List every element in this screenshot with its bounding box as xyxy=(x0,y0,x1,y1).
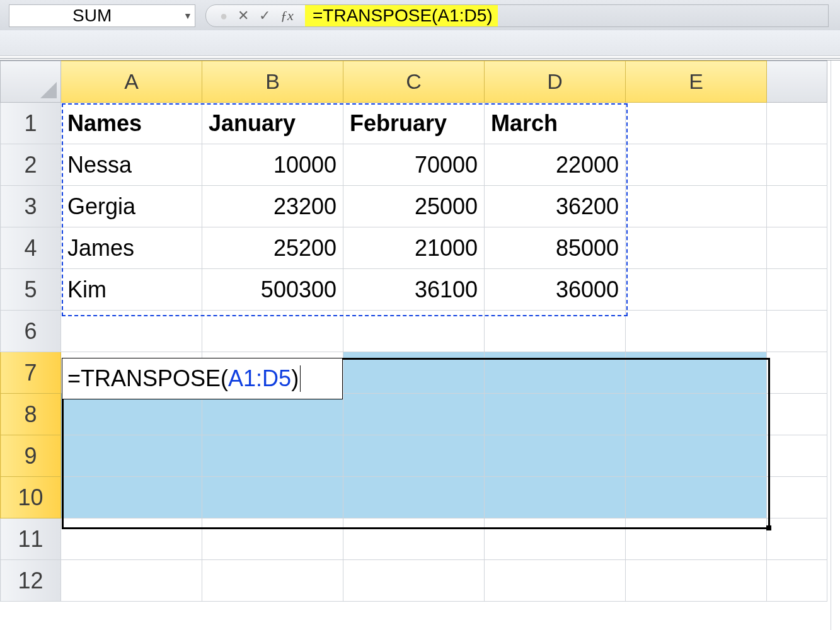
cell-D4[interactable]: 85000 xyxy=(485,227,626,269)
cell-B11[interactable] xyxy=(202,518,343,560)
cell-F4[interactable] xyxy=(767,227,827,269)
cell-A11[interactable] xyxy=(61,518,202,560)
cell-C4[interactable]: 21000 xyxy=(343,227,485,269)
cell-F9[interactable] xyxy=(767,435,827,477)
cell-A8[interactable] xyxy=(61,394,202,435)
cell-E11[interactable] xyxy=(626,518,767,560)
cell-B6[interactable] xyxy=(202,311,343,352)
column-header-E[interactable]: E xyxy=(626,61,767,103)
cell-F3[interactable] xyxy=(767,186,827,227)
cell-D12[interactable] xyxy=(485,560,626,602)
column-header-B[interactable]: B xyxy=(202,61,343,103)
cell-grid[interactable]: A B C D E 1 Names January February March… xyxy=(0,60,827,602)
cell-A3[interactable]: Gergia xyxy=(61,186,202,227)
select-all-corner[interactable] xyxy=(1,61,61,103)
cell-C12[interactable] xyxy=(343,560,485,602)
cell-C8[interactable] xyxy=(343,394,485,435)
cell-A10[interactable] xyxy=(61,477,202,518)
cell-D5[interactable]: 36000 xyxy=(485,269,626,311)
cancel-button[interactable]: ✕ xyxy=(233,8,254,24)
expand-formula-icon[interactable]: ● xyxy=(215,9,233,23)
cell-D6[interactable] xyxy=(485,311,626,352)
name-box[interactable]: SUM ▼ xyxy=(9,4,195,27)
cell-B3[interactable]: 23200 xyxy=(202,186,343,227)
cell-E12[interactable] xyxy=(626,560,767,602)
cell-C9[interactable] xyxy=(343,435,485,477)
cell-A4[interactable]: James xyxy=(61,227,202,269)
row-header-5[interactable]: 5 xyxy=(1,269,61,311)
cell-C11[interactable] xyxy=(343,518,485,560)
cell-E7[interactable] xyxy=(626,352,767,394)
cell-F6[interactable] xyxy=(767,311,827,352)
cell-B7[interactable] xyxy=(202,352,343,394)
cell-B4[interactable]: 25200 xyxy=(202,227,343,269)
cell-D10[interactable] xyxy=(485,477,626,518)
row-header-4[interactable]: 4 xyxy=(1,227,61,269)
formula-bar-input[interactable]: =TRANSPOSE(A1:D5) xyxy=(305,4,829,27)
cell-C10[interactable] xyxy=(343,477,485,518)
row-header-7[interactable]: 7 xyxy=(1,352,61,394)
row-header-11[interactable]: 11 xyxy=(1,518,61,560)
cell-E9[interactable] xyxy=(626,435,767,477)
cell-F10[interactable] xyxy=(767,477,827,518)
cell-F2[interactable] xyxy=(767,144,827,186)
cell-B2[interactable]: 10000 xyxy=(202,144,343,186)
cell-B12[interactable] xyxy=(202,560,343,602)
cell-F5[interactable] xyxy=(767,269,827,311)
cell-E4[interactable] xyxy=(626,227,767,269)
insert-function-button[interactable]: ƒx xyxy=(275,8,299,24)
cell-C7[interactable] xyxy=(343,352,485,394)
cell-C1[interactable]: February xyxy=(343,103,485,144)
column-header-C[interactable]: C xyxy=(343,61,485,103)
cell-D2[interactable]: 22000 xyxy=(485,144,626,186)
cell-F12[interactable] xyxy=(767,560,827,602)
cell-A2[interactable]: Nessa xyxy=(61,144,202,186)
cell-C6[interactable] xyxy=(343,311,485,352)
cell-B8[interactable] xyxy=(202,394,343,435)
row-header-3[interactable]: 3 xyxy=(1,186,61,227)
cell-B9[interactable] xyxy=(202,435,343,477)
cell-E10[interactable] xyxy=(626,477,767,518)
cell-E3[interactable] xyxy=(626,186,767,227)
cell-D3[interactable]: 36200 xyxy=(485,186,626,227)
cell-F11[interactable] xyxy=(767,518,827,560)
cell-A12[interactable] xyxy=(61,560,202,602)
row-header-10[interactable]: 10 xyxy=(1,477,61,518)
cell-A7[interactable] xyxy=(61,352,202,394)
cell-D11[interactable] xyxy=(485,518,626,560)
cell-C2[interactable]: 70000 xyxy=(343,144,485,186)
cell-D7[interactable] xyxy=(485,352,626,394)
cell-B10[interactable] xyxy=(202,477,343,518)
cell-B5[interactable]: 500300 xyxy=(202,269,343,311)
cell-A5[interactable]: Kim xyxy=(61,269,202,311)
row-header-12[interactable]: 12 xyxy=(1,560,61,602)
cell-F8[interactable] xyxy=(767,394,827,435)
cell-E6[interactable] xyxy=(626,311,767,352)
row-header-1[interactable]: 1 xyxy=(1,103,61,144)
cell-E5[interactable] xyxy=(626,269,767,311)
cell-E1[interactable] xyxy=(626,103,767,144)
cell-A6[interactable] xyxy=(61,311,202,352)
enter-button[interactable]: ✓ xyxy=(254,8,275,24)
cell-D9[interactable] xyxy=(485,435,626,477)
cell-F7[interactable] xyxy=(767,352,827,394)
column-header-A[interactable]: A xyxy=(61,61,202,103)
row-header-9[interactable]: 9 xyxy=(1,435,61,477)
worksheet[interactable]: A B C D E 1 Names January February March… xyxy=(0,58,840,630)
cell-B1[interactable]: January xyxy=(202,103,343,144)
cell-C3[interactable]: 25000 xyxy=(343,186,485,227)
column-header-D[interactable]: D xyxy=(485,61,626,103)
cell-E8[interactable] xyxy=(626,394,767,435)
cell-D8[interactable] xyxy=(485,394,626,435)
cell-C5[interactable]: 36100 xyxy=(343,269,485,311)
row-header-2[interactable]: 2 xyxy=(1,144,61,186)
row-header-6[interactable]: 6 xyxy=(1,311,61,352)
cell-F1[interactable] xyxy=(767,103,827,144)
name-box-dropdown-icon[interactable]: ▼ xyxy=(181,5,195,26)
cell-D1[interactable]: March xyxy=(485,103,626,144)
row-header-8[interactable]: 8 xyxy=(1,394,61,435)
column-header-overflow[interactable] xyxy=(767,61,827,103)
cell-A9[interactable] xyxy=(61,435,202,477)
cell-A1[interactable]: Names xyxy=(61,103,202,144)
cell-E2[interactable] xyxy=(626,144,767,186)
